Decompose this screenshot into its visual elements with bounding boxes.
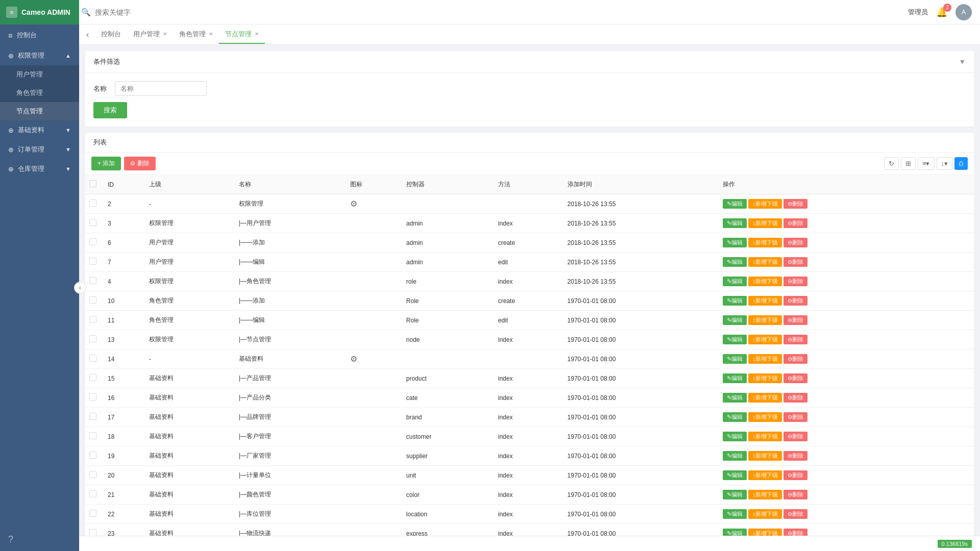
tab-role-management[interactable]: 角色管理 ✕: [173, 26, 219, 44]
row-checkbox[interactable]: [89, 316, 96, 323]
row-delete-button[interactable]: ⊖删除: [783, 529, 807, 536]
edit-button[interactable]: ✎编辑: [723, 529, 747, 536]
edit-button[interactable]: ✎编辑: [723, 238, 747, 247]
edit-button[interactable]: ✎编辑: [723, 257, 747, 267]
notification-button[interactable]: 🔔 2: [936, 7, 947, 18]
add-child-button[interactable]: ↕新增下级: [748, 470, 782, 480]
row-checkbox[interactable]: [89, 490, 96, 497]
row-delete-button[interactable]: ⊖删除: [783, 470, 807, 480]
tab-close-role[interactable]: ✕: [209, 31, 213, 37]
row-checkbox[interactable]: [89, 471, 96, 478]
edit-button[interactable]: ✎编辑: [723, 315, 747, 325]
list-view-button[interactable]: ≡▾: [918, 157, 935, 170]
add-child-button[interactable]: ↕新增下级: [748, 529, 782, 536]
edit-button[interactable]: ✎编辑: [723, 509, 747, 519]
tab-close-node[interactable]: ✕: [255, 31, 259, 37]
row-delete-button[interactable]: ⊖删除: [783, 335, 807, 344]
row-checkbox[interactable]: [89, 413, 96, 420]
edit-button[interactable]: ✎编辑: [723, 277, 747, 286]
sidebar-group-header-order[interactable]: ⊕ 订单管理 ▼: [0, 140, 79, 159]
row-checkbox[interactable]: [89, 510, 96, 517]
add-child-button[interactable]: ↕新增下级: [748, 393, 782, 403]
add-child-button[interactable]: ↕新增下级: [748, 373, 782, 383]
add-child-button[interactable]: ↕新增下级: [748, 218, 782, 228]
add-child-button[interactable]: ↕新增下级: [748, 238, 782, 247]
add-button[interactable]: + 添加: [91, 157, 121, 170]
row-checkbox[interactable]: [89, 238, 96, 245]
print-button[interactable]: ⎙: [954, 157, 968, 170]
add-child-button[interactable]: ↕新增下级: [748, 296, 782, 306]
sidebar-group-header-warehouse[interactable]: ⊕ 仓库管理 ▼: [0, 159, 79, 179]
add-child-button[interactable]: ↕新增下级: [748, 199, 782, 209]
add-child-button[interactable]: ↕新增下级: [748, 257, 782, 267]
row-checkbox[interactable]: [89, 296, 96, 304]
row-delete-button[interactable]: ⊖删除: [783, 393, 807, 403]
sidebar-item-console[interactable]: ≡ 控制台: [0, 24, 79, 46]
row-delete-button[interactable]: ⊖删除: [783, 257, 807, 267]
row-delete-button[interactable]: ⊖删除: [783, 218, 807, 228]
sidebar-group-header-permission[interactable]: ⊕ 权限管理 ▲: [0, 46, 79, 65]
edit-button[interactable]: ✎编辑: [723, 218, 747, 228]
row-delete-button[interactable]: ⊖删除: [783, 199, 807, 209]
search-input[interactable]: [95, 8, 197, 16]
row-checkbox[interactable]: [89, 335, 96, 342]
sidebar-collapse-btn[interactable]: ‹: [74, 282, 86, 294]
search-button[interactable]: 搜索: [93, 102, 127, 118]
add-child-button[interactable]: ↕新增下级: [748, 432, 782, 441]
add-child-button[interactable]: ↕新增下级: [748, 509, 782, 519]
add-child-button[interactable]: ↕新增下级: [748, 451, 782, 461]
row-delete-button[interactable]: ⊖删除: [783, 315, 807, 325]
edit-button[interactable]: ✎编辑: [723, 199, 747, 209]
add-child-button[interactable]: ↕新增下级: [748, 412, 782, 422]
refresh-button[interactable]: ↻: [884, 157, 899, 170]
select-all-checkbox[interactable]: [89, 180, 96, 187]
tab-close-user[interactable]: ✕: [163, 31, 167, 37]
edit-button[interactable]: ✎编辑: [723, 451, 747, 461]
row-checkbox[interactable]: [89, 277, 96, 284]
edit-button[interactable]: ✎编辑: [723, 296, 747, 306]
sidebar-item-role-management[interactable]: 角色管理: [0, 84, 79, 102]
row-checkbox[interactable]: [89, 258, 96, 265]
sidebar-group-header-basic[interactable]: ⊕ 基础资料 ▼: [0, 120, 79, 140]
delete-button[interactable]: ⊖ 删除: [124, 157, 155, 170]
row-delete-button[interactable]: ⊖删除: [783, 490, 807, 499]
row-checkbox[interactable]: [89, 393, 96, 400]
tab-collapse-icon[interactable]: ‹: [84, 28, 91, 41]
add-child-button[interactable]: ↕新增下级: [748, 354, 782, 364]
export-button[interactable]: ↓▾: [937, 157, 953, 170]
edit-button[interactable]: ✎编辑: [723, 490, 747, 499]
add-child-button[interactable]: ↕新增下级: [748, 277, 782, 286]
add-child-button[interactable]: ↕新增下级: [748, 315, 782, 325]
sidebar-item-user-management[interactable]: 用户管理: [0, 65, 79, 84]
row-delete-button[interactable]: ⊖删除: [783, 238, 807, 247]
columns-button[interactable]: ⊞: [901, 157, 916, 170]
edit-button[interactable]: ✎编辑: [723, 354, 747, 364]
row-delete-button[interactable]: ⊖删除: [783, 373, 807, 383]
row-checkbox[interactable]: [89, 374, 96, 381]
tab-console[interactable]: 控制台: [95, 26, 127, 44]
row-checkbox[interactable]: [89, 355, 96, 362]
row-delete-button[interactable]: ⊖删除: [783, 277, 807, 286]
row-delete-button[interactable]: ⊖删除: [783, 412, 807, 422]
row-delete-button[interactable]: ⊖删除: [783, 432, 807, 441]
row-delete-button[interactable]: ⊖删除: [783, 296, 807, 306]
tab-user-management[interactable]: 用户管理 ✕: [127, 26, 173, 44]
avatar[interactable]: A: [955, 4, 972, 20]
edit-button[interactable]: ✎编辑: [723, 412, 747, 422]
add-child-button[interactable]: ↕新增下级: [748, 490, 782, 499]
add-child-button[interactable]: ↕新增下级: [748, 335, 782, 344]
row-checkbox[interactable]: [89, 452, 96, 459]
row-checkbox[interactable]: [89, 199, 96, 207]
edit-button[interactable]: ✎编辑: [723, 335, 747, 344]
edit-button[interactable]: ✎编辑: [723, 393, 747, 403]
tab-node-management[interactable]: 节点管理 ✕: [219, 26, 265, 44]
help-icon[interactable]: ?: [8, 534, 13, 544]
row-delete-button[interactable]: ⊖删除: [783, 354, 807, 364]
filter-card-header[interactable]: 条件筛选 ▼: [85, 51, 974, 73]
sidebar-item-node-management[interactable]: 节点管理: [0, 102, 79, 120]
row-delete-button[interactable]: ⊖删除: [783, 509, 807, 519]
edit-button[interactable]: ✎编辑: [723, 470, 747, 480]
row-checkbox[interactable]: [89, 219, 96, 226]
row-checkbox[interactable]: [89, 432, 96, 439]
edit-button[interactable]: ✎编辑: [723, 432, 747, 441]
